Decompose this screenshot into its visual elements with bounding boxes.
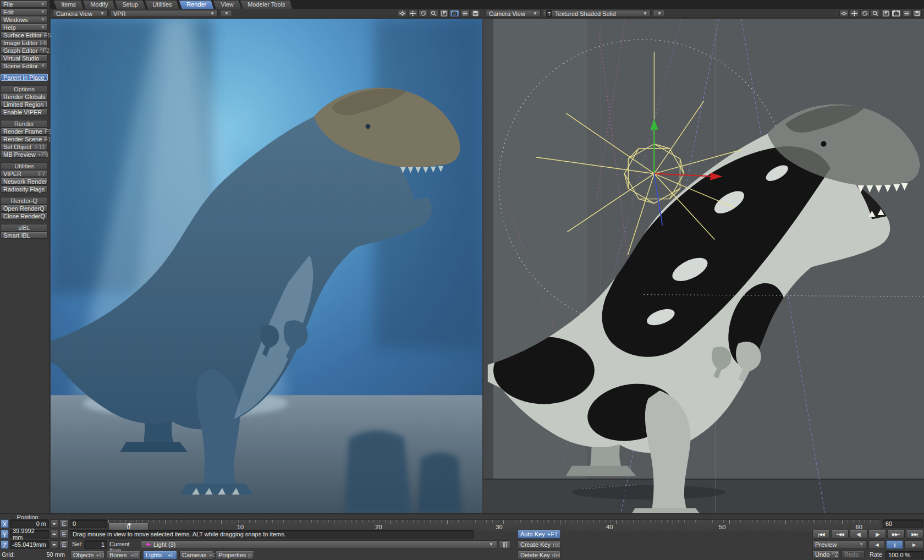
rate-value-field[interactable]: 100.0 % xyxy=(886,551,923,559)
play-reverse-button[interactable]: ◀ xyxy=(868,540,885,549)
save-view-icon[interactable] xyxy=(471,10,480,17)
sidebar-item-smart-ibl[interactable]: Smart IBL xyxy=(1,232,48,239)
sidebar-item-close-renderq[interactable]: Close RenderQ xyxy=(1,212,48,219)
render-mode-dropdown[interactable]: VPR▼ xyxy=(110,10,218,17)
go-to-start-button[interactable]: |◀◀ xyxy=(812,530,830,539)
z-axis-badge[interactable]: Z xyxy=(1,540,9,549)
objects-mode-button[interactable]: Objects+O xyxy=(70,551,105,559)
main-tab-bar: Items Modify Setup Utilities Render View… xyxy=(50,0,924,9)
rotate-icon[interactable] xyxy=(419,10,428,17)
tab-render[interactable]: Render xyxy=(178,0,214,9)
viewport-vpr: Camera View▼ VPR▼ ▼ xyxy=(51,9,482,513)
view-type-dropdown[interactable]: Camera View▼ xyxy=(53,10,108,17)
view-type-dropdown[interactable]: Camera View▼ xyxy=(486,10,541,17)
sidebar-item-graph-editor[interactable]: Graph Editor^F2 xyxy=(1,47,48,54)
sidebar-item-surface-editor[interactable]: Surface EditorF5 xyxy=(1,31,48,39)
previous-frame-button[interactable]: ◀|| xyxy=(850,530,867,539)
sidebar-item-sel-object[interactable]: Sel ObjectF11 xyxy=(1,143,48,150)
cameras-mode-button[interactable]: Cameras+C xyxy=(179,551,213,559)
menu-file[interactable]: File▼ xyxy=(1,1,48,8)
sidebar-item-virtual-studio[interactable]: Virtual Studio xyxy=(1,54,48,62)
menu-list-icon[interactable] xyxy=(460,10,470,17)
chevron-down-icon: ▼ xyxy=(38,64,45,68)
x-envelope-button[interactable]: E xyxy=(59,519,69,528)
z-stepper[interactable]: ◂▸ xyxy=(50,540,58,549)
x-axis-badge[interactable]: X xyxy=(1,519,9,528)
tab-setup[interactable]: Setup xyxy=(114,0,146,9)
zoom-icon[interactable] xyxy=(429,10,438,17)
sidebar-item-viper[interactable]: VIPERF7 xyxy=(1,170,48,177)
viewport-nav-icons xyxy=(839,10,922,17)
next-frame-button[interactable]: ||▶ xyxy=(868,530,886,539)
go-to-end-button[interactable]: ▶▶| xyxy=(906,530,923,539)
delete-key-button[interactable]: Delete Keydel xyxy=(518,551,560,559)
redo-button[interactable]: Redo xyxy=(842,551,865,558)
zoom-icon[interactable] xyxy=(871,10,880,17)
sidebar-item-radiosity-flags[interactable]: Radiosity Flags xyxy=(1,185,48,193)
tab-utilities[interactable]: Utilities xyxy=(144,0,180,9)
sidebar-item-mb-preview[interactable]: MB Preview+F9 xyxy=(1,151,48,158)
pan-icon[interactable] xyxy=(398,10,407,17)
move-icon[interactable] xyxy=(850,10,859,17)
lights-mode-button[interactable]: Lights+L xyxy=(143,551,177,559)
opengl-canvas[interactable] xyxy=(483,19,924,513)
bones-mode-button[interactable]: Bones+B xyxy=(107,551,141,559)
menu-windows[interactable]: Windows▼ xyxy=(1,16,48,23)
auto-key-button[interactable]: Auto Key+F1 xyxy=(518,530,560,539)
tab-modify[interactable]: Modify xyxy=(82,0,116,9)
current-frame-field[interactable]: 0 xyxy=(70,519,107,528)
tab-items[interactable]: Items xyxy=(53,0,84,9)
y-axis-badge[interactable]: Y xyxy=(1,530,9,539)
chevron-down-icon: ▼ xyxy=(38,18,45,22)
grid-label: Grid: xyxy=(2,551,15,558)
maximize-icon[interactable] xyxy=(881,10,890,17)
undo-button[interactable]: Undo^Z xyxy=(812,551,839,558)
sidebar-item-scene-editor[interactable]: Scene Editor▼ xyxy=(1,62,48,69)
properties-button[interactable]: Propertiesp xyxy=(216,551,254,559)
render-mode-dropdown[interactable]: T Textured Shaded Solid▼ xyxy=(543,10,651,17)
menu-list-icon[interactable] xyxy=(902,10,911,17)
x-value-field[interactable]: 0 m xyxy=(10,519,49,528)
pan-icon[interactable] xyxy=(839,10,849,17)
viewport-options-dropdown[interactable]: ▼ xyxy=(653,10,665,17)
tab-view[interactable]: View xyxy=(212,0,241,9)
previous-key-button[interactable]: +◀◀ xyxy=(831,530,849,539)
save-view-icon[interactable] xyxy=(912,10,922,17)
z-value-field[interactable]: -65.0419mm xyxy=(10,540,49,549)
y-envelope-button[interactable]: E xyxy=(59,530,69,539)
camera-icon[interactable] xyxy=(450,10,459,17)
camera-icon[interactable] xyxy=(892,10,901,17)
menu-help[interactable]: Help▼ xyxy=(1,24,48,31)
parent-in-place-button[interactable]: Parent in Place xyxy=(1,74,48,81)
maximize-icon[interactable] xyxy=(439,10,449,17)
rotate-icon[interactable] xyxy=(860,10,870,17)
play-button[interactable]: ▶ xyxy=(904,540,923,549)
item-list-icon[interactable] xyxy=(499,540,511,549)
status-hint-bar: Drag mouse in view to move selected item… xyxy=(70,530,474,539)
sidebar-item-image-editor[interactable]: Image EditorF6 xyxy=(1,39,48,46)
sidebar-item-render-globals[interactable]: Render Globals xyxy=(1,93,48,100)
menu-edit[interactable]: Edit▼ xyxy=(1,8,48,15)
pause-button[interactable]: || xyxy=(886,540,903,549)
create-key-button[interactable]: Create Keyret xyxy=(518,540,560,549)
light-icon xyxy=(145,542,151,547)
move-icon[interactable] xyxy=(408,10,417,17)
preview-dropdown[interactable]: Preview▼ xyxy=(812,540,866,549)
y-value-field[interactable]: 39.9992 mm xyxy=(10,530,49,539)
vpr-render-canvas[interactable] xyxy=(51,19,482,513)
tab-modeler-tools[interactable]: Modeler Tools xyxy=(240,0,293,9)
x-stepper[interactable]: ◂▸ xyxy=(50,519,58,528)
chevron-down-icon: ▼ xyxy=(489,542,493,547)
y-stepper[interactable]: ◂▸ xyxy=(50,530,58,539)
sidebar-item-render-scene[interactable]: Render SceneF10 xyxy=(1,135,48,142)
sidebar-item-open-renderq[interactable]: Open RenderQ xyxy=(1,205,48,212)
sidebar-item-limited-region[interactable]: Limited Regionl xyxy=(1,101,48,108)
next-key-button[interactable]: ▶▶+ xyxy=(887,530,905,539)
sidebar-item-enable-viper[interactable]: Enable VIPER xyxy=(1,108,48,116)
end-frame-field[interactable]: 60 xyxy=(883,519,923,528)
sidebar-item-network-render[interactable]: Network Render xyxy=(1,178,48,185)
sidebar-item-render-frame[interactable]: Render FrameF9 xyxy=(1,128,48,135)
viewport-options-dropdown[interactable]: ▼ xyxy=(220,10,232,17)
current-item-dropdown[interactable]: Light (3) ▼ xyxy=(141,540,497,549)
z-envelope-button[interactable]: E xyxy=(59,540,69,549)
